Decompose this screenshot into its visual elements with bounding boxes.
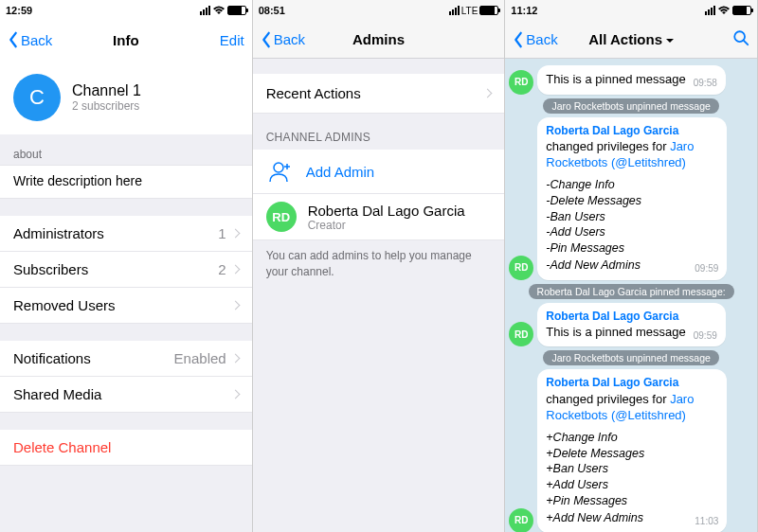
about-label: about [0,134,252,165]
message-avatar: RD [509,508,533,533]
back-button[interactable]: Back [8,31,52,48]
message-avatar: RD [509,322,533,346]
subscribers-row[interactable]: Subscribers 2 [0,252,252,288]
back-button[interactable]: Back [513,31,557,48]
admins-footnote: You can add admins to help you manage yo… [253,240,505,288]
status-time: 12:59 [6,5,32,16]
delete-channel-button[interactable]: Delete Channel [0,430,252,466]
admin-avatar: RD [266,202,297,232]
status-time: 08:51 [259,5,285,16]
channel-description[interactable]: Write description here [0,165,252,199]
admin-row[interactable]: RD Roberta Dal Lago Garcia Creator [253,194,505,240]
status-time: 11:12 [511,5,537,16]
search-button[interactable] [732,29,749,50]
status-bar: 11:12 ⁠ [505,0,757,21]
chevron-left-icon [8,31,19,48]
wifi-icon [717,6,731,15]
nav-bar: Back Admins [253,21,505,59]
status-bar: 12:59 ⁠ [0,0,252,21]
status-bar: 08:51 ⁠ LTE [253,0,505,21]
chevron-right-icon [230,354,240,364]
system-message: Jaro Rocketbots unpinned message [509,98,753,114]
chevron-right-icon [230,229,240,239]
recent-actions-row[interactable]: Recent Actions [253,74,505,114]
add-admin-row[interactable]: Add Admin [253,150,505,194]
add-user-icon [266,157,295,186]
edit-button[interactable]: Edit [220,32,244,48]
nav-bar: Back All Actions [505,21,757,59]
message-sender: Roberta Dal Lago Garcia [546,309,716,324]
message-bubble[interactable]: This is a pinned message 09:58 [537,65,725,95]
message-avatar: RD [509,70,533,95]
message-sender: Roberta Dal Lago Garcia [546,375,718,390]
system-message: Roberta Dal Lago Garcia pinned message: [509,284,753,299]
channel-subscribers: 2 subscribers [72,99,141,113]
chevron-right-icon [483,89,493,98]
message-avatar: RD [509,256,533,280]
network-label: LTE [461,6,478,16]
signal-icon [200,6,210,15]
channel-name: Channel 1 [72,82,141,99]
signal-icon [449,6,460,15]
channel-avatar: C [13,74,61,121]
signal-icon [705,6,715,15]
message-time: 09:59 [694,329,717,343]
system-message: Jaro Rocketbots unpinned message [509,350,753,365]
chevron-right-icon [230,390,240,399]
message-time: 11:03 [695,515,718,528]
admin-name: Roberta Dal Lago Garcia [308,203,465,219]
chevron-right-icon [230,301,240,310]
actions-log[interactable]: RD This is a pinned message 09:58 Jaro R… [505,59,757,532]
administrators-row[interactable]: Administrators 1 [0,216,252,252]
add-admin-label: Add Admin [306,164,375,180]
battery-icon [732,6,751,15]
battery-icon [479,6,498,15]
channel-header[interactable]: C Channel 1 2 subscribers [0,59,252,134]
message-bubble[interactable]: Roberta Dal Lago Garcia changed privileg… [537,369,727,532]
message-time: 09:59 [695,262,718,275]
message-sender: Roberta Dal Lago Garcia [546,123,718,138]
shared-media-row[interactable]: Shared Media [0,377,252,413]
message-bubble[interactable]: Roberta Dal Lago Garcia This is a pinned… [537,303,725,347]
message-bubble[interactable]: Roberta Dal Lago Garcia changed privileg… [537,117,727,280]
back-button[interactable]: Back [261,31,305,48]
chevron-right-icon [230,265,240,275]
notifications-row[interactable]: Notifications Enabled [0,341,252,377]
svg-point-0 [274,163,283,172]
admin-role: Creator [308,219,465,232]
chevron-left-icon [513,31,524,48]
message-time: 09:58 [694,77,717,90]
nav-bar: Back Info Edit [0,21,252,59]
chevron-left-icon [261,31,272,48]
battery-icon [227,6,246,15]
channel-admins-label: CHANNEL ADMINS [253,114,505,150]
removed-users-row[interactable]: Removed Users [0,288,252,324]
wifi-icon [212,6,226,15]
